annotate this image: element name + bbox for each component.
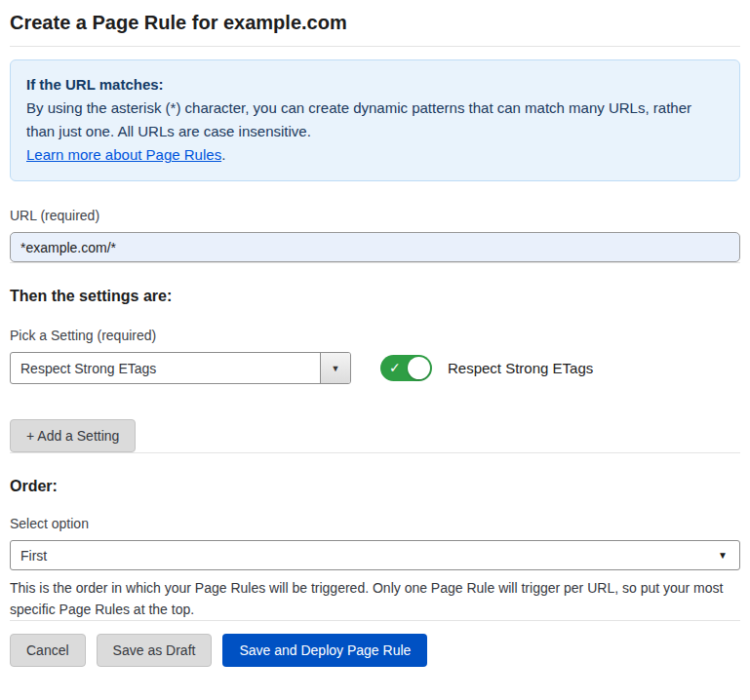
order-heading: Order: bbox=[10, 478, 740, 495]
settings-heading: Then the settings are: bbox=[10, 288, 740, 305]
order-select[interactable]: First ▼ bbox=[10, 540, 740, 570]
info-box-body: By using the asterisk (*) character, you… bbox=[26, 97, 724, 143]
link-period: . bbox=[221, 146, 225, 163]
order-select-value: First bbox=[20, 548, 718, 564]
save-as-draft-button[interactable]: Save as Draft bbox=[97, 634, 213, 667]
pick-setting-label: Pick a Setting (required) bbox=[10, 328, 740, 343]
divider-footer bbox=[10, 620, 740, 621]
add-setting-button[interactable]: + Add a Setting bbox=[10, 419, 136, 452]
setting-select-arrow-button[interactable]: ▼ bbox=[320, 353, 350, 383]
url-match-info-box: If the URL matches: By using the asteris… bbox=[10, 59, 740, 181]
cancel-button[interactable]: Cancel bbox=[10, 634, 86, 667]
toggle-label: Respect Strong ETags bbox=[448, 360, 593, 376]
setting-row: Respect Strong ETags ▼ ✓ Respect Strong … bbox=[10, 352, 740, 384]
chevron-down-icon: ▼ bbox=[332, 364, 340, 373]
divider-settings bbox=[10, 262, 740, 263]
setting-select[interactable]: Respect Strong ETags ▼ bbox=[10, 352, 351, 384]
page-title: Create a Page Rule for example.com bbox=[10, 12, 740, 34]
url-field-label: URL (required) bbox=[10, 208, 740, 223]
learn-more-link[interactable]: Learn more about Page Rules bbox=[26, 146, 221, 163]
divider-order bbox=[10, 452, 740, 453]
setting-select-value: Respect Strong ETags bbox=[11, 353, 320, 383]
check-icon: ✓ bbox=[389, 359, 401, 376]
info-box-heading: If the URL matches: bbox=[26, 73, 724, 97]
order-help-text: This is the order in which your Page Rul… bbox=[10, 578, 740, 620]
info-box-link-row: Learn more about Page Rules. bbox=[26, 143, 724, 167]
etags-toggle[interactable]: ✓ bbox=[380, 355, 432, 381]
toggle-knob bbox=[408, 357, 430, 379]
save-and-deploy-button[interactable]: Save and Deploy Page Rule bbox=[222, 634, 427, 667]
setting-toggle-wrap: ✓ Respect Strong ETags bbox=[380, 355, 593, 381]
footer-actions: Cancel Save as Draft Save and Deploy Pag… bbox=[10, 634, 740, 667]
url-input[interactable] bbox=[10, 232, 740, 262]
order-select-label: Select option bbox=[10, 516, 740, 531]
chevron-down-icon: ▼ bbox=[718, 550, 728, 561]
divider-top bbox=[10, 46, 740, 47]
